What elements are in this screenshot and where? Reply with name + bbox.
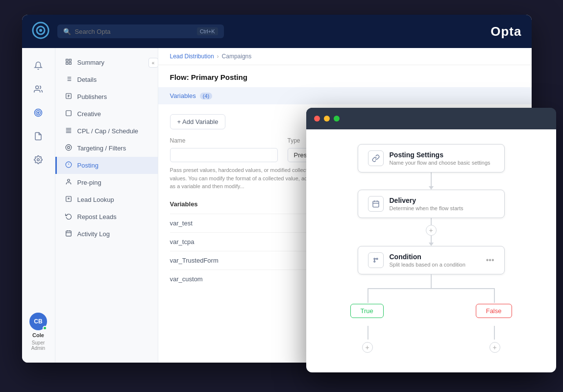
flow-label: Flow: [170,73,189,81]
svg-point-3 [36,86,39,89]
svg-rect-31 [66,231,71,236]
svg-point-5 [36,111,41,115]
scene: 🔍 Ctrl+K Opta [22,15,541,377]
sidebar-item-creative[interactable]: Creative [55,105,158,122]
online-indicator [43,326,47,330]
breadcrumb-parent[interactable]: Lead Distribution [170,53,214,60]
overlay-window: Posting Settings Name your flow and choo… [306,108,556,372]
nav-sidebar: « Summary Details [55,48,158,363]
sidebar-item-cpl-label: CPL / Cap / Schedule [77,127,139,135]
add-node-false-button[interactable]: + [490,342,500,353]
sidebar-item-creative-label: Creative [77,110,101,118]
breadcrumb-current: Campaigns [222,53,252,60]
variables-bar-label: Variables [170,92,196,99]
delivery-node-content: Delivery Determine when the flow starts [390,196,464,211]
delivery-node[interactable]: Delivery Determine when the flow starts [358,190,505,218]
creative-icon [65,110,73,118]
true-branch-label: True [350,304,384,318]
false-branch-label: False [476,304,512,318]
collapse-sidebar-button[interactable]: « [148,58,158,68]
svg-point-29 [67,179,70,182]
sidebar-item-details[interactable]: Details [55,71,158,88]
sidebar-icon-gear[interactable] [28,150,48,170]
sidebar-item-summary-label: Summary [77,59,105,66]
add-variable-button[interactable]: + Add Variable [170,114,226,129]
logo-icon [32,22,49,41]
breadcrumb: Lead Distribution › Campaigns [158,48,532,65]
variable-name-input[interactable] [170,148,278,162]
sidebar-item-repostleads[interactable]: Repost Leads [55,208,158,225]
posting-settings-desc: Name your flow and choose basic settings [390,160,490,166]
svg-point-6 [38,112,39,114]
condition-node-menu[interactable]: ••• [486,256,494,265]
repostleads-icon [65,213,73,221]
add-node-true-button[interactable]: + [362,342,373,353]
sidebar-item-details-label: Details [77,76,97,83]
avatar: CB [29,313,47,330]
cpl-icon [65,127,73,135]
condition-node-icon [368,252,384,268]
sidebar-item-repostleads-label: Repost Leads [77,213,117,220]
summary-icon [65,58,73,67]
svg-point-39 [374,258,375,260]
sidebar-item-leadlookup-label: Lead Lookup [77,196,114,203]
condition-node[interactable]: Condition Split leads based on a conditi… [358,246,505,274]
delivery-title: Delivery [390,196,464,204]
sidebar-item-cpl[interactable]: CPL / Cap / Schedule [55,122,158,140]
search-shortcut: Ctrl+K [197,27,218,35]
svg-point-2 [39,29,42,32]
preping-icon [65,178,73,187]
sidebar-item-publishers[interactable]: Publishers [55,88,158,105]
svg-point-25 [67,147,70,149]
sidebar-item-targeting-label: Targeting / Filters [77,145,126,152]
minimize-button[interactable] [324,116,330,122]
top-bar: 🔍 Ctrl+K Opta [22,15,532,48]
condition-node-content: Condition Split leads based on a conditi… [390,253,465,268]
posting-settings-title: Posting Settings [390,151,490,159]
delivery-node-icon [368,196,384,212]
sidebar-item-preping-label: Pre-ping [77,179,101,186]
sidebar-item-activitylog[interactable]: Activity Log [55,225,158,243]
leadlookup-icon [65,196,73,204]
posting-settings-node-content: Posting Settings Name your flow and choo… [390,151,490,166]
targeting-icon [65,144,73,152]
sidebar-icon-notifications[interactable] [28,56,48,75]
user-section: CB Cole Super Admin [29,313,47,355]
branch-section: True False + + [338,274,524,353]
flow-canvas: Posting Settings Name your flow and choo… [306,129,556,372]
close-button[interactable] [314,116,320,122]
search-bar[interactable]: 🔍 Ctrl+K [57,24,224,38]
variables-bar: Variables (4) [158,87,532,104]
condition-desc: Split leads based on a condition [390,262,465,268]
sidebar-item-leadlookup[interactable]: Lead Lookup [55,191,158,208]
app-title: Opta [490,24,521,39]
svg-rect-35 [373,201,379,207]
user-name: Cole [32,332,44,338]
activitylog-icon [65,230,73,238]
maximize-button[interactable] [334,116,340,122]
sidebar-item-preping[interactable]: Pre-ping [55,174,158,191]
search-input[interactable] [75,28,193,35]
publishers-icon [65,93,73,101]
svg-point-24 [66,145,72,150]
sidebar-item-summary[interactable]: Summary [55,54,158,71]
icon-sidebar: CB Cole Super Admin [22,48,55,363]
details-icon [65,75,73,84]
flow-header: Flow: Primary Posting [158,65,532,87]
col-name-header: Name [170,137,278,144]
condition-title: Condition [390,253,465,261]
breadcrumb-separator: › [217,53,219,60]
help-text: Pass preset values, hardcoded values, or… [170,166,317,191]
sidebar-icon-document[interactable] [28,126,48,146]
sidebar-item-targeting[interactable]: Targeting / Filters [55,140,158,157]
flow-name: Primary Posting [191,73,247,81]
sidebar-icon-users[interactable] [28,79,48,99]
posting-settings-node[interactable]: Posting Settings Name your flow and choo… [358,144,505,172]
overlay-titlebar [306,108,556,129]
add-node-button-1[interactable]: + [426,225,437,236]
user-role: Super Admin [31,340,45,351]
search-icon: 🔍 [63,28,71,35]
sidebar-icon-target[interactable] [28,103,48,122]
sidebar-item-posting[interactable]: Posting [55,157,158,174]
sidebar-item-publishers-label: Publishers [77,93,107,100]
